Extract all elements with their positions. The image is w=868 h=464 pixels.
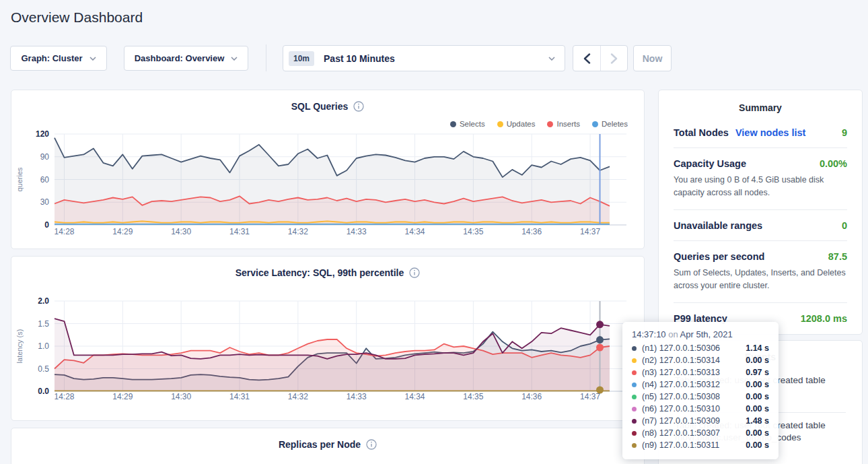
now-button-label: Now [643,53,663,64]
tooltip-row: (n5) 127.0.0.1:503080.00 s [632,391,769,403]
time-range-label: Past 10 Minutes [324,53,548,64]
dashboard-dropdown[interactable]: Dashboard: Overview [124,46,248,71]
tooltip-row: (n8) 127.0.0.1:503070.00 s [632,427,769,439]
replicas-panel: Replicas per Node [11,428,645,464]
total-nodes-label: Total Nodes [674,127,729,138]
summary-row-total-nodes: Total Nodes View nodes list 9 [674,117,847,148]
tooltip-row: (n6) 127.0.0.1:503100.00 s [632,403,769,415]
time-range-badge: 10m [289,51,314,66]
info-icon[interactable] [353,101,364,112]
series-dot [632,346,637,351]
svg-text:30: 30 [40,197,50,207]
node-address: (n6) 127.0.0.1:50310 [642,404,742,413]
qps-desc: Sum of Selects, Updates, Inserts, and De… [674,267,847,293]
series-dot [632,431,637,436]
info-icon[interactable] [366,439,377,450]
svg-text:60: 60 [40,175,50,185]
sql-queries-title: SQL Queries [11,101,644,112]
node-address: (n8) 127.0.0.1:50307 [642,428,742,438]
node-address: (n7) 127.0.0.1:50309 [642,416,742,426]
node-latency-value: 0.00 s [746,356,769,365]
svg-text:14:36: 14:36 [521,227,542,236]
time-range-dropdown[interactable]: 10m Past 10 Minutes [283,45,565,71]
series-dot [632,358,637,363]
svg-text:14:35: 14:35 [463,392,483,401]
time-forward-button[interactable] [600,46,627,71]
svg-text:14:31: 14:31 [229,227,250,236]
svg-text:14:37: 14:37 [580,227,600,236]
node-address: (n4) 127.0.0.1:50312 [642,380,742,389]
service-latency-title: Service Latency: SQL, 99th percentile [11,267,644,278]
tooltip-row: (n9) 127.0.0.1:503110.00 s [632,439,769,451]
summary-panel: Summary Total Nodes View nodes list 9 Ca… [658,90,863,335]
tooltip-time: 14:37:10 [632,329,666,339]
p99-latency-value: 1208.0 ms [801,313,847,324]
overview-dashboard-page: Overview Dashboard Graph: Cluster Dashbo… [0,0,868,464]
summary-row-unavailable: Unavailable ranges 0 [674,210,847,241]
svg-text:0.5: 0.5 [38,364,49,374]
svg-text:1.0: 1.0 [38,341,49,351]
svg-text:14:35: 14:35 [463,227,483,236]
unavailable-ranges-label: Unavailable ranges [674,220,762,231]
svg-text:queries: queries [15,167,24,192]
series-dot [632,395,637,399]
svg-text:14:37: 14:37 [580,392,600,401]
node-latency-value: 1.48 s [746,416,769,426]
svg-text:14:29: 14:29 [112,392,133,401]
service-latency-panel: Service Latency: SQL, 99th percentile 14… [11,256,645,421]
chevron-right-icon [610,53,618,64]
node-address: (n5) 127.0.0.1:50308 [642,392,742,401]
node-latency-value: 0.00 s [746,380,769,389]
tooltip-row: (n4) 127.0.0.1:503120.00 s [632,378,769,391]
node-latency-value: 0.00 s [746,440,769,450]
capacity-usage-value: 0.00% [820,158,847,169]
svg-text:latency (s): latency (s) [15,329,24,364]
node-address: (n2) 127.0.0.1:50314 [642,356,742,365]
unavailable-ranges-value: 0 [842,220,847,231]
chevron-down-icon [89,57,96,61]
chevron-down-icon [548,57,555,61]
view-nodes-list-link[interactable]: View nodes list [735,127,806,138]
total-nodes-value: 9 [842,127,847,138]
svg-text:14:30: 14:30 [171,227,191,236]
svg-text:14:32: 14:32 [288,227,308,236]
replicas-title: Replicas per Node [11,439,644,450]
svg-text:14:33: 14:33 [347,227,367,236]
tooltip-timestamp: 14:37:10 on Apr 5th, 2021 [632,329,769,339]
capacity-usage-desc: You are using 0 B of 4.5 GiB usable disk… [674,174,847,200]
now-button[interactable]: Now [633,45,672,71]
tooltip-row: (n1) 127.0.0.1:503061.14 s [632,342,769,354]
time-back-button[interactable] [573,46,600,71]
node-address: (n3) 127.0.0.1:50313 [642,368,742,377]
node-latency-value: 0.00 s [746,428,769,438]
summary-row-capacity: Capacity Usage 0.00% You are using 0 B o… [674,148,847,210]
info-icon[interactable] [409,267,420,278]
node-latency-value: 0.97 s [746,368,769,377]
chevron-left-icon [583,53,591,64]
tooltip-row: (n2) 127.0.0.1:503140.00 s [632,354,769,366]
svg-text:14:28: 14:28 [54,392,74,401]
svg-text:14:28: 14:28 [54,227,74,236]
svg-text:0: 0 [44,220,49,230]
capacity-usage-label: Capacity Usage [674,158,746,169]
series-dot [632,419,637,424]
graph-dropdown[interactable]: Graph: Cluster [10,46,107,71]
tooltip-date: Apr 5th, 2021 [680,329,733,339]
tooltip-row: (n7) 127.0.0.1:503091.48 s [632,415,769,427]
svg-text:14:33: 14:33 [347,392,367,401]
service-latency-chart[interactable]: 14:2814:2914:3014:3114:3214:3314:3414:35… [11,284,645,406]
svg-text:90: 90 [40,152,50,162]
node-address: (n1) 127.0.0.1:50306 [642,343,742,353]
sql-queries-chart[interactable]: 14:2814:2914:3014:3114:3214:3314:3414:35… [11,117,645,242]
series-dot [632,407,637,411]
series-dot [632,370,637,375]
svg-text:14:29: 14:29 [112,227,133,236]
controls-divider [266,44,266,71]
series-dot [632,383,637,387]
tooltip-row: (n3) 127.0.0.1:503130.97 s [632,366,769,378]
svg-text:0.0: 0.0 [38,387,49,396]
series-dot [632,443,637,448]
svg-text:120: 120 [36,129,49,139]
latency-chart-tooltip: 14:37:10 on Apr 5th, 2021 (n1) 127.0.0.1… [622,322,779,459]
qps-label: Queries per second [674,251,764,262]
